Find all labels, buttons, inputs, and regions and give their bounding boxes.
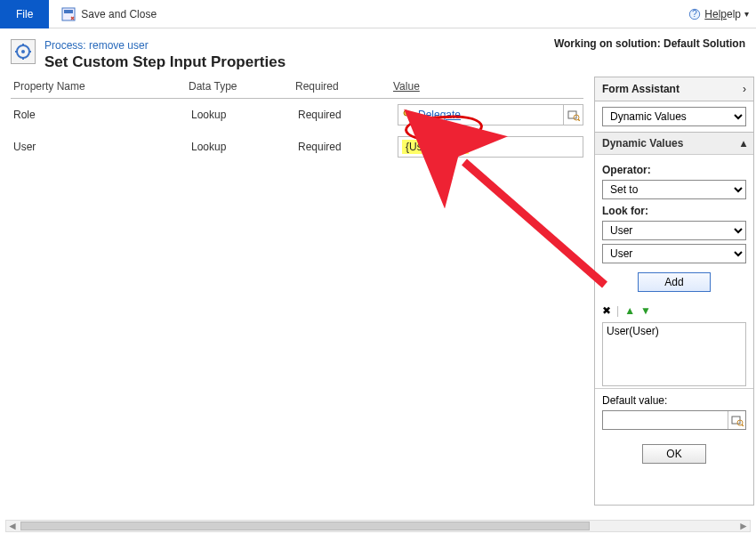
lookfor-label: Look for: (602, 205, 746, 217)
svg-point-6 (404, 110, 409, 116)
lookup-button[interactable] (728, 411, 745, 429)
prop-name: Role (11, 109, 189, 121)
add-button[interactable]: Add (638, 272, 711, 292)
default-value-input[interactable] (602, 410, 746, 430)
col-property-name[interactable]: Property Name (11, 80, 189, 93)
save-and-close-button[interactable]: Save and Close (61, 7, 157, 21)
collapse-icon: ▴ (741, 137, 746, 150)
prop-name: User (11, 141, 189, 153)
file-menu[interactable]: File (0, 0, 49, 28)
prop-required: Required (295, 109, 393, 121)
svg-text:?: ? (692, 8, 697, 19)
svg-line-10 (578, 119, 580, 121)
dynamic-values-section[interactable]: Dynamic Values ▴ (595, 132, 753, 154)
col-data-type[interactable]: Data Type (189, 80, 295, 93)
scroll-right-icon[interactable]: ► (737, 521, 750, 531)
ok-button[interactable]: OK (642, 444, 706, 464)
save-close-label: Save and Close (81, 8, 157, 20)
lookup-button[interactable] (563, 105, 583, 125)
value-input-role[interactable]: Delegate (398, 104, 583, 125)
assistant-mode-select[interactable]: Dynamic Values (602, 107, 746, 126)
working-on-solution: Working on solution: Default Solution (554, 37, 745, 50)
form-assistant-title: Form Assistant (602, 83, 680, 95)
chevron-right-icon[interactable]: › (743, 83, 746, 95)
chevron-down-icon: ▾ (744, 9, 749, 19)
dynamic-token[interactable]: {User(User)} (402, 140, 469, 154)
delegate-link[interactable]: Delegate (402, 109, 461, 121)
table-row: Role Lookup Required Delegate (11, 99, 583, 131)
help-label: Helpelp (704, 8, 741, 20)
svg-rect-1 (64, 10, 73, 13)
operator-label: Operator: (602, 164, 746, 176)
save-close-icon (61, 7, 76, 21)
dynamic-values-list[interactable]: User(User) (602, 322, 746, 386)
svg-rect-7 (409, 114, 414, 119)
move-down-icon[interactable]: ▼ (640, 304, 651, 317)
process-breadcrumb: Process: remove user (44, 39, 286, 52)
col-required[interactable]: Required (295, 80, 393, 93)
operator-select[interactable]: Set to (602, 180, 746, 199)
help-icon: ? (688, 8, 701, 20)
svg-point-5 (21, 50, 25, 53)
horizontal-scrollbar[interactable]: ◄ ► (5, 520, 751, 532)
col-value[interactable]: Value (393, 80, 583, 93)
remove-icon[interactable]: ✖ (602, 304, 611, 317)
prop-required: Required (295, 141, 393, 153)
prop-type: Lookup (189, 141, 295, 153)
page-title: Set Custom Step Input Properties (44, 53, 286, 71)
help-menu[interactable]: ? Helpelp ▾ (688, 8, 749, 20)
form-assistant-panel: Form Assistant › Dynamic Values Dynamic … (594, 77, 754, 506)
list-item[interactable]: User(User) (607, 325, 742, 337)
move-up-icon[interactable]: ▲ (624, 304, 635, 317)
svg-line-13 (742, 425, 744, 426)
scroll-thumb[interactable] (20, 522, 590, 530)
value-input-user[interactable]: {User(User)} (398, 136, 583, 158)
table-header: Property Name Data Type Required Value (11, 77, 583, 99)
lookfor-attribute-select[interactable]: User (602, 244, 746, 263)
prop-type: Lookup (189, 109, 295, 121)
scroll-left-icon[interactable]: ◄ (6, 521, 19, 531)
process-icon (11, 39, 36, 64)
table-row: User Lookup Required {User(User)} (11, 131, 583, 163)
lookfor-entity-select[interactable]: User (602, 221, 746, 240)
role-icon (402, 109, 414, 121)
default-value-label: Default value: (602, 394, 667, 407)
